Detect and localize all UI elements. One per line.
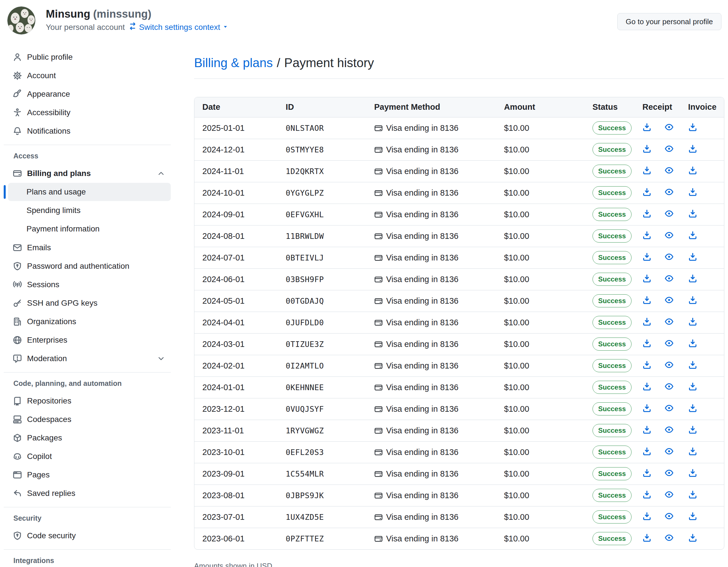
download-receipt-button[interactable]: [642, 295, 651, 304]
download-invoice-button[interactable]: [688, 231, 697, 240]
download-invoice-button[interactable]: [688, 295, 697, 304]
view-receipt-button[interactable]: [665, 382, 674, 391]
cell-amount: $10.00: [504, 484, 593, 506]
view-receipt-button[interactable]: [665, 403, 674, 413]
download-receipt-button[interactable]: [642, 533, 651, 542]
download-receipt-button[interactable]: [642, 360, 651, 369]
view-receipt-button[interactable]: [665, 231, 674, 240]
column-header-amount: Amount: [504, 97, 593, 117]
sidebar-item-enterprises[interactable]: Enterprises: [4, 331, 176, 349]
download-invoice-button[interactable]: [688, 252, 697, 261]
view-receipt-button[interactable]: [665, 533, 674, 542]
sidebar-item-notifications[interactable]: Notifications: [4, 122, 176, 140]
download-receipt-button[interactable]: [642, 123, 651, 132]
view-receipt-button[interactable]: [665, 512, 674, 521]
view-receipt-button[interactable]: [665, 144, 674, 153]
sidebar-item-ssh-and-gpg-keys[interactable]: SSH and GPG keys: [4, 294, 176, 312]
download-receipt-button[interactable]: [642, 403, 651, 413]
download-receipt-button[interactable]: [642, 252, 651, 261]
view-receipt-button[interactable]: [665, 447, 674, 456]
breadcrumb: Billing & plans/Payment history: [194, 55, 724, 79]
download-invoice-button[interactable]: [688, 468, 697, 477]
table-row: 2023-06-010PZFTTEZVisa ending in 8136$10…: [194, 528, 724, 549]
download-invoice-button[interactable]: [688, 123, 697, 132]
view-receipt-button[interactable]: [665, 317, 674, 326]
view-receipt-button[interactable]: [665, 123, 674, 132]
download-invoice-button[interactable]: [688, 144, 697, 153]
sidebar-item-public-profile[interactable]: Public profile: [4, 48, 176, 66]
download-invoice-button[interactable]: [688, 403, 697, 413]
view-receipt-button[interactable]: [665, 274, 674, 283]
switch-settings-context-link[interactable]: Switch settings context: [128, 22, 229, 32]
sidebar-item-copilot[interactable]: Copilot: [4, 447, 176, 465]
sidebar-item-code-security[interactable]: Code security: [4, 526, 176, 545]
breadcrumb-link-billing[interactable]: Billing & plans: [194, 56, 273, 70]
download-receipt-button[interactable]: [642, 468, 651, 477]
view-receipt-button[interactable]: [665, 209, 674, 218]
cell-amount: $10.00: [504, 441, 593, 463]
download-invoice-button[interactable]: [688, 447, 697, 456]
view-receipt-button[interactable]: [665, 468, 674, 477]
download-invoice-button[interactable]: [688, 425, 697, 434]
download-invoice-button[interactable]: [688, 166, 697, 175]
sidebar-item-emails[interactable]: Emails: [4, 238, 176, 257]
download-receipt-button[interactable]: [642, 512, 651, 521]
view-receipt-button[interactable]: [665, 187, 674, 197]
view-receipt-button[interactable]: [665, 252, 674, 261]
sidebar-item-accessibility[interactable]: Accessibility: [4, 103, 176, 122]
sidebar-item-billing-and-plans[interactable]: Billing and plans: [4, 164, 176, 183]
cell-status: Success: [593, 225, 642, 247]
sidebar-item-appearance[interactable]: Appearance: [4, 85, 176, 103]
download-invoice-button[interactable]: [688, 512, 697, 521]
download-invoice-button[interactable]: [688, 187, 697, 197]
download-invoice-button[interactable]: [688, 382, 697, 391]
sidebar-item-organizations[interactable]: Organizations: [4, 312, 176, 331]
cell-invoice: [688, 420, 724, 441]
sidebar-item-pages[interactable]: Pages: [4, 465, 176, 484]
download-invoice-button[interactable]: [688, 274, 697, 283]
view-receipt-button[interactable]: [665, 339, 674, 348]
download-receipt-button[interactable]: [642, 209, 651, 218]
sidebar-item-saved-replies[interactable]: Saved replies: [4, 484, 176, 502]
download-invoice-button[interactable]: [688, 360, 697, 369]
sidebar-subitem-plans-and-usage[interactable]: Plans and usage: [8, 183, 171, 201]
view-receipt-button[interactable]: [665, 360, 674, 369]
download-receipt-button[interactable]: [642, 339, 651, 348]
sidebar-item-sessions[interactable]: Sessions: [4, 275, 176, 294]
sidebar-item-label: Code security: [27, 531, 76, 540]
download-invoice-button[interactable]: [688, 339, 697, 348]
sidebar-item-packages[interactable]: Packages: [4, 428, 176, 447]
payment-method-label: Visa ending in 8136: [386, 534, 458, 543]
download-receipt-button[interactable]: [642, 317, 651, 326]
cell-payment-method: Visa ending in 8136: [374, 333, 504, 355]
go-to-profile-button[interactable]: Go to your personal profile: [617, 13, 721, 30]
sidebar-item-account[interactable]: Account: [4, 66, 176, 85]
download-invoice-button[interactable]: [688, 533, 697, 542]
download-receipt-button[interactable]: [642, 274, 651, 283]
download-receipt-button[interactable]: [642, 166, 651, 175]
download-receipt-button[interactable]: [642, 425, 651, 434]
sidebar-subitem-spending-limits[interactable]: Spending limits: [8, 201, 171, 220]
download-receipt-button[interactable]: [642, 382, 651, 391]
sidebar-item-repositories[interactable]: Repositories: [4, 391, 176, 410]
view-receipt-button[interactable]: [665, 166, 674, 175]
download-receipt-button[interactable]: [642, 447, 651, 456]
download-receipt-button[interactable]: [642, 490, 651, 499]
download-receipt-button[interactable]: [642, 231, 651, 240]
organization-icon: [13, 317, 22, 326]
view-receipt-button[interactable]: [665, 425, 674, 434]
cell-status: Success: [593, 420, 642, 441]
cell-invoice: [688, 269, 724, 290]
view-receipt-button[interactable]: [665, 490, 674, 499]
download-receipt-button[interactable]: [642, 187, 651, 197]
download-receipt-button[interactable]: [642, 144, 651, 153]
sidebar-item-moderation[interactable]: Moderation: [4, 349, 176, 368]
download-invoice-button[interactable]: [688, 490, 697, 499]
download-invoice-button[interactable]: [688, 209, 697, 218]
sidebar-subitem-payment-information[interactable]: Payment information: [8, 220, 171, 238]
download-invoice-button[interactable]: [688, 317, 697, 326]
sidebar-item-password-and-authentication[interactable]: Password and authentication: [4, 257, 176, 275]
sidebar-item-label: Enterprises: [27, 335, 67, 345]
view-receipt-button[interactable]: [665, 295, 674, 304]
sidebar-item-codespaces[interactable]: Codespaces: [4, 410, 176, 428]
